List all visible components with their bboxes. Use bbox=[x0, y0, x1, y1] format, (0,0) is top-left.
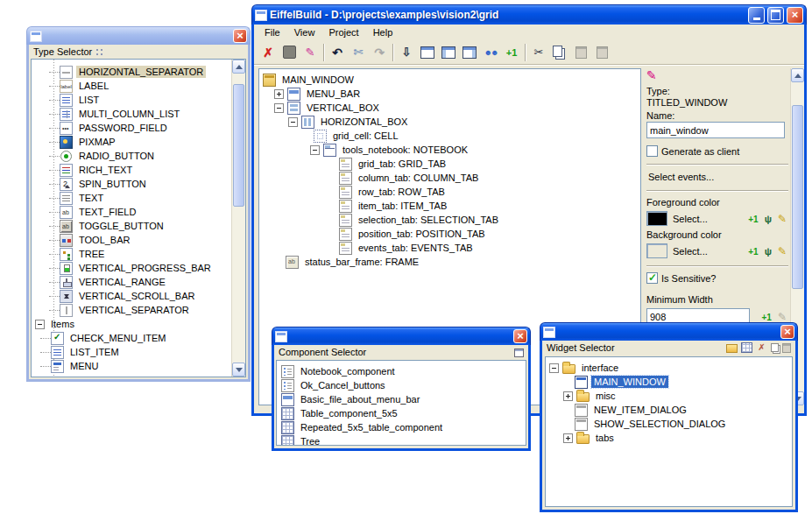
list-item[interactable]: TEXT bbox=[32, 191, 245, 205]
expand-icon[interactable] bbox=[563, 391, 573, 401]
paste-icon[interactable] bbox=[782, 343, 791, 353]
add-object-button[interactable] bbox=[501, 42, 522, 62]
new-folder-icon[interactable] bbox=[726, 344, 738, 353]
tree-item[interactable]: HORIZONTAL_BOX bbox=[259, 115, 640, 129]
component-selector-titlebar[interactable] bbox=[272, 327, 531, 345]
collapse-icon[interactable] bbox=[35, 320, 45, 329]
delete-button[interactable] bbox=[258, 42, 279, 62]
generate-code-button[interactable] bbox=[396, 42, 417, 62]
close-button[interactable] bbox=[780, 325, 794, 339]
maximize-button[interactable] bbox=[767, 7, 784, 24]
tree-item[interactable]: interface bbox=[546, 361, 792, 375]
remove-object-button[interactable] bbox=[348, 42, 369, 62]
foreground-pick-icon[interactable] bbox=[765, 214, 772, 224]
list-item[interactable]: LIST bbox=[32, 93, 245, 107]
list-item[interactable]: MENU bbox=[32, 359, 245, 373]
generate-as-client-checkbox[interactable] bbox=[646, 145, 658, 157]
scrollbar-thumb[interactable] bbox=[792, 105, 803, 289]
list-item[interactable]: VERTICAL_RANGE bbox=[32, 275, 245, 289]
list-item[interactable]: HORIZONTAL_SEPARATOR bbox=[32, 65, 245, 79]
tree-item[interactable]: row_tab: ROW_TAB bbox=[259, 185, 640, 199]
tree-item[interactable]: MAIN_WINDOW bbox=[546, 375, 792, 389]
foreground-erase-icon[interactable] bbox=[778, 213, 787, 225]
undo-button[interactable] bbox=[327, 42, 348, 62]
list-item[interactable]: Ok_Cancel_buttons bbox=[277, 378, 526, 392]
widget-selector-titlebar[interactable] bbox=[540, 322, 798, 341]
list-item[interactable]: MULTI_COLUMN_LIST bbox=[32, 107, 245, 121]
close-button[interactable] bbox=[233, 29, 247, 43]
redo-button[interactable] bbox=[369, 42, 390, 62]
background-add-icon[interactable] bbox=[748, 246, 758, 257]
add-widget-icon[interactable] bbox=[741, 342, 752, 353]
list-item[interactable]: Basic_file_about_menu_bar bbox=[277, 392, 526, 406]
tree-group[interactable]: Items bbox=[32, 317, 245, 331]
collapse-icon[interactable] bbox=[274, 103, 284, 113]
tree-item[interactable]: status_bar_frame: FRAME bbox=[259, 255, 640, 269]
main-titlebar[interactable]: EiffelBuild - D:\projects\examples\visio… bbox=[251, 4, 807, 25]
modify-button[interactable] bbox=[300, 42, 321, 62]
tree-item[interactable]: grid_tab: GRID_TAB bbox=[259, 157, 640, 171]
collapse-icon[interactable] bbox=[310, 145, 320, 155]
copy-icon[interactable] bbox=[771, 343, 779, 352]
tree-item[interactable]: column_tab: COLUMN_TAB bbox=[259, 171, 640, 185]
list-item[interactable]: Repeated_5x5_table_component bbox=[277, 420, 526, 434]
list-item[interactable]: LIST_ITEM bbox=[32, 345, 245, 359]
tree-item[interactable]: grid_cell: CELL bbox=[259, 129, 640, 143]
tree-item[interactable]: tabs bbox=[546, 431, 792, 445]
list-item[interactable]: SPIN_BUTTON bbox=[32, 177, 245, 191]
menu-file[interactable]: File bbox=[258, 25, 287, 39]
scroll-up-button[interactable] bbox=[791, 68, 804, 82]
list-item[interactable]: TEXT_FIELD bbox=[32, 205, 245, 219]
foreground-add-icon[interactable] bbox=[748, 214, 758, 224]
paste-special-button[interactable] bbox=[591, 42, 612, 62]
list-item[interactable]: TOOL_BAR bbox=[32, 233, 245, 247]
tree-item[interactable]: selection_tab: SELECTION_TAB bbox=[259, 213, 640, 227]
list-item[interactable]: VERTICAL_SEPARATOR bbox=[32, 303, 245, 317]
minimum-width-add-icon[interactable] bbox=[762, 312, 772, 322]
type-list-scrollbar[interactable] bbox=[231, 60, 245, 377]
list-item[interactable]: Tree bbox=[277, 434, 526, 446]
foreground-select-button[interactable]: Select... bbox=[673, 214, 708, 224]
list-item[interactable]: LABEL bbox=[32, 79, 245, 93]
list-item[interactable]: PASSWORD_FIELD bbox=[32, 121, 245, 135]
window-layout-button-3[interactable] bbox=[459, 42, 480, 62]
window-layout-button-1[interactable] bbox=[417, 42, 438, 62]
copy-button[interactable] bbox=[549, 42, 570, 62]
tree-item[interactable]: MENU_BAR bbox=[259, 87, 640, 101]
clients-button[interactable] bbox=[480, 42, 501, 62]
foreground-color-swatch[interactable] bbox=[646, 211, 667, 226]
window-layout-button-2[interactable] bbox=[438, 42, 459, 62]
tree-item[interactable]: position_tab: POSITION_TAB bbox=[259, 227, 640, 241]
remove-widget-icon[interactable] bbox=[756, 342, 767, 353]
background-pick-icon[interactable] bbox=[765, 246, 772, 257]
tree-item[interactable]: tools_notebook: NOTEBOOK bbox=[259, 143, 640, 157]
expand-icon[interactable] bbox=[274, 89, 284, 99]
float-panel-icon[interactable] bbox=[514, 349, 524, 357]
tree-item[interactable]: events_tab: EVENTS_TAB bbox=[259, 241, 640, 255]
minimize-button[interactable] bbox=[748, 7, 765, 24]
cut-button[interactable] bbox=[528, 42, 549, 62]
list-item[interactable]: VERTICAL_PROGRESS_BAR bbox=[32, 261, 245, 275]
is-sensitive-checkbox[interactable] bbox=[646, 272, 658, 284]
tree-item[interactable]: item_tab: ITEM_TAB bbox=[259, 199, 640, 213]
grip-icon[interactable] bbox=[95, 48, 105, 55]
list-item[interactable]: Table_component_5x5 bbox=[277, 406, 526, 420]
list-item[interactable]: VERTICAL_SCROLL_BAR bbox=[32, 289, 245, 303]
scroll-down-button[interactable] bbox=[232, 363, 245, 377]
select-events-button[interactable]: Select events... bbox=[646, 171, 790, 183]
scrollbar-thumb[interactable] bbox=[233, 84, 244, 207]
background-erase-icon[interactable] bbox=[778, 245, 787, 257]
menu-project[interactable]: Project bbox=[321, 25, 365, 39]
close-button[interactable] bbox=[513, 329, 527, 343]
tree-item[interactable]: MAIN_WINDOW bbox=[259, 73, 640, 87]
list-item[interactable]: RICH_TEXT bbox=[32, 163, 245, 177]
menu-help[interactable]: Help bbox=[366, 25, 400, 39]
tree-item[interactable]: SHOW_SELECTION_DIALOG bbox=[546, 417, 792, 431]
minimum-width-erase-icon[interactable] bbox=[778, 311, 787, 323]
paste-button[interactable] bbox=[570, 42, 591, 62]
type-selector-titlebar[interactable] bbox=[26, 26, 251, 45]
save-button[interactable] bbox=[279, 42, 300, 62]
list-item[interactable]: TREE bbox=[32, 247, 245, 261]
background-select-button[interactable]: Select... bbox=[673, 246, 708, 257]
list-item[interactable]: TOGGLE_BUTTON bbox=[32, 219, 245, 233]
